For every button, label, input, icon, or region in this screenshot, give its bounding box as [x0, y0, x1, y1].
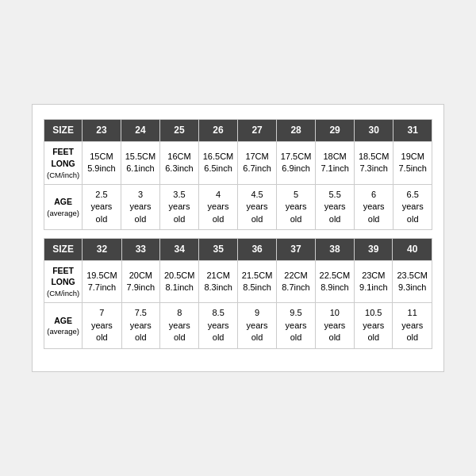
age-40: 11years old: [393, 303, 432, 348]
age-row-1: AGE(average) 2.5years old 3years old 3.5…: [44, 184, 432, 229]
header-row-1: SIZE 23 24 25 26 27 28 29 30 31: [44, 120, 432, 142]
size-31: 31: [393, 120, 432, 142]
feet-29: 18CM7.1inch: [316, 142, 355, 185]
feet-label-2: FEETLONG(CM/inch): [44, 260, 83, 303]
feet-25: 16CM6.3inch: [160, 142, 199, 185]
size-35: 35: [199, 239, 237, 261]
size-34: 34: [160, 239, 199, 261]
size-37: 37: [277, 239, 315, 261]
age-34: 8years old: [160, 303, 199, 348]
feet-38: 22.5CM8.9inch: [315, 260, 354, 303]
size-29: 29: [316, 120, 355, 142]
feet-26: 16.5CM6.5inch: [198, 142, 238, 185]
size-23: 23: [83, 120, 121, 142]
age-27: 4.5years old: [238, 184, 277, 229]
size-chart-card: SIZE 23 24 25 26 27 28 29 30 31 FEETLONG…: [32, 104, 444, 371]
feet-label-1: FEETLONG(CM/inch): [44, 142, 83, 185]
size-38: 38: [315, 239, 354, 261]
age-30: 6years old: [354, 184, 393, 229]
size-26: 26: [198, 120, 238, 142]
header-row-2: SIZE 32 33 34 35 36 37 38 39 40: [44, 239, 432, 261]
age-35: 8.5years old: [199, 303, 237, 348]
age-label-1: AGE(average): [44, 184, 83, 229]
feet-33: 20CM7.9inch: [121, 260, 159, 303]
size-header-2: SIZE: [44, 239, 83, 261]
size-32: 32: [83, 239, 121, 261]
size-40: 40: [393, 239, 432, 261]
feet-30: 18.5CM7.3inch: [354, 142, 393, 185]
age-row-2: AGE(average) 7years old 7.5years old 8ye…: [44, 303, 432, 348]
size-table-2: SIZE 32 33 34 35 36 37 38 39 40 FEETLONG…: [44, 238, 432, 349]
size-36: 36: [237, 239, 276, 261]
feet-32: 19.5CM7.7inch: [83, 260, 121, 303]
age-label-2: AGE(average): [44, 303, 83, 348]
age-23: 2.5years old: [83, 184, 121, 229]
feet-28: 17.5CM6.9inch: [276, 142, 316, 185]
size-25: 25: [160, 120, 199, 142]
size-24: 24: [121, 120, 160, 142]
size-table-1: SIZE 23 24 25 26 27 28 29 30 31 FEETLONG…: [44, 119, 432, 230]
feet-31: 19CM7.5inch: [393, 142, 432, 185]
size-28: 28: [276, 120, 316, 142]
age-37: 9.5years old: [277, 303, 315, 348]
age-24: 3years old: [121, 184, 160, 229]
age-31: 6.5years old: [393, 184, 432, 229]
age-39: 10.5years old: [355, 303, 393, 348]
feet-37: 22CM8.7inch: [277, 260, 315, 303]
age-28: 5years old: [276, 184, 316, 229]
age-32: 7years old: [83, 303, 121, 348]
size-33: 33: [121, 239, 159, 261]
age-38: 10years old: [315, 303, 354, 348]
age-26: 4years old: [198, 184, 238, 229]
feet-39: 23CM9.1inch: [355, 260, 393, 303]
age-36: 9years old: [237, 303, 276, 348]
age-33: 7.5years old: [121, 303, 159, 348]
age-25: 3.5years old: [160, 184, 199, 229]
feet-35: 21CM8.3inch: [199, 260, 237, 303]
feet-row-2: FEETLONG(CM/inch) 19.5CM7.7inch 20CM7.9i…: [44, 260, 432, 303]
feet-row-1: FEETLONG(CM/inch) 15CM5.9inch 15.5CM6.1i…: [44, 142, 432, 185]
size-39: 39: [355, 239, 393, 261]
size-30: 30: [354, 120, 393, 142]
size-27: 27: [238, 120, 277, 142]
age-29: 5.5years old: [316, 184, 355, 229]
feet-27: 17CM6.7inch: [238, 142, 277, 185]
feet-24: 15.5CM6.1inch: [121, 142, 160, 185]
feet-23: 15CM5.9inch: [83, 142, 121, 185]
feet-36: 21.5CM8.5inch: [237, 260, 276, 303]
feet-34: 20.5CM8.1inch: [160, 260, 199, 303]
feet-40: 23.5CM9.3inch: [393, 260, 432, 303]
size-header-1: SIZE: [44, 120, 83, 142]
